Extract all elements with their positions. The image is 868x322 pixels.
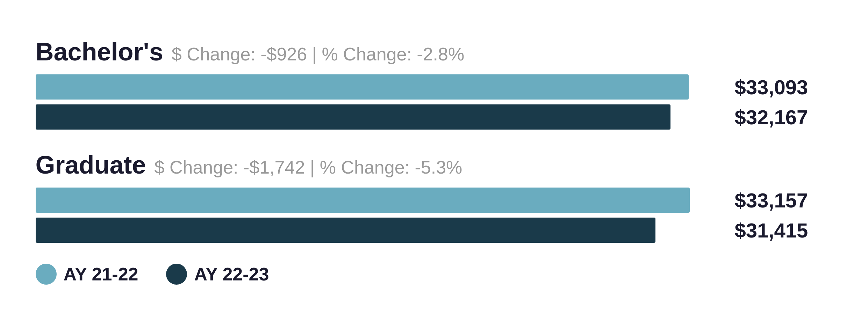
bar-label-bachelors-1: $32,167 xyxy=(735,105,833,129)
section-bachelors: Bachelor's$ Change: -$926 | % Change: -2… xyxy=(36,37,833,130)
legend-item-ay2122: AY 21-22 xyxy=(36,264,138,285)
legend-item-ay2223: AY 22-23 xyxy=(166,264,269,285)
legend-dot-ay2122 xyxy=(36,264,57,285)
bar-track-bachelors-1 xyxy=(36,104,726,130)
bar-row-graduate-0: $33,157 xyxy=(36,188,833,213)
bar-fill-bachelors-1 xyxy=(36,104,670,130)
bar-track-bachelors-0 xyxy=(36,74,726,100)
bar-track-graduate-1 xyxy=(36,218,726,243)
bar-group-bachelors: $33,093$32,167 xyxy=(36,74,833,130)
bar-fill-bachelors-0 xyxy=(36,74,689,100)
bar-track-graduate-0 xyxy=(36,188,726,213)
bar-group-graduate: $33,157$31,415 xyxy=(36,188,833,243)
section-meta-graduate: $ Change: -$1,742 | % Change: -5.3% xyxy=(155,157,462,178)
bar-label-graduate-0: $33,157 xyxy=(735,189,833,212)
bar-row-bachelors-0: $33,093 xyxy=(36,74,833,100)
section-title-bachelors: Bachelor's xyxy=(36,37,163,66)
legend-dot-ay2223 xyxy=(166,264,187,285)
bar-fill-graduate-1 xyxy=(36,218,656,243)
section-header-graduate: Graduate$ Change: -$1,742 | % Change: -5… xyxy=(36,151,833,179)
legend-label-ay2223: AY 22-23 xyxy=(194,264,269,285)
chart-container: Bachelor's$ Change: -$926 | % Change: -2… xyxy=(15,23,854,299)
legend: AY 21-22AY 22-23 xyxy=(36,264,833,285)
bar-label-graduate-1: $31,415 xyxy=(735,219,833,242)
section-title-graduate: Graduate xyxy=(36,151,146,179)
bar-fill-graduate-0 xyxy=(36,188,690,213)
bar-row-graduate-1: $31,415 xyxy=(36,218,833,243)
section-meta-bachelors: $ Change: -$926 | % Change: -2.8% xyxy=(172,44,464,65)
section-header-bachelors: Bachelor's$ Change: -$926 | % Change: -2… xyxy=(36,37,833,66)
bar-row-bachelors-1: $32,167 xyxy=(36,104,833,130)
bar-label-bachelors-0: $33,093 xyxy=(735,75,833,99)
section-graduate: Graduate$ Change: -$1,742 | % Change: -5… xyxy=(36,151,833,243)
legend-label-ay2122: AY 21-22 xyxy=(64,264,138,285)
